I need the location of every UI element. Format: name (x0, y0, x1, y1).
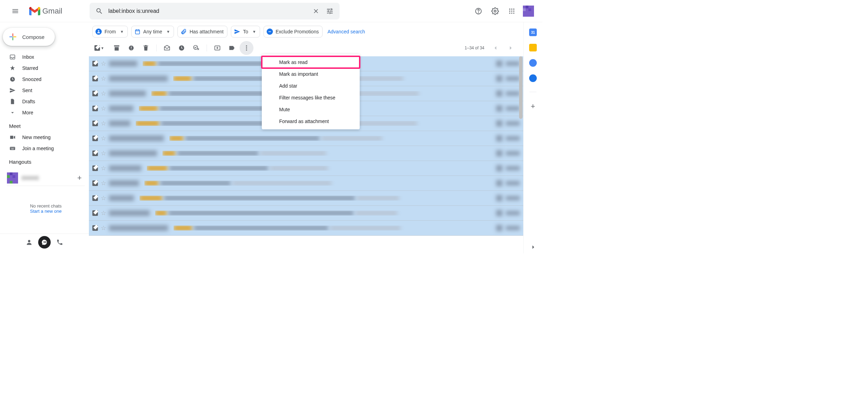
sidebar-item-sent[interactable]: Sent (0, 85, 89, 96)
menu-add-star[interactable]: Add star (262, 80, 360, 92)
email-row[interactable]: ☆ (89, 206, 523, 221)
attachment-icon (496, 180, 502, 186)
contacts-app-button[interactable] (529, 74, 537, 82)
menu-filter-messages[interactable]: Filter messages like these (262, 92, 360, 104)
search-button[interactable] (92, 4, 106, 18)
star-button[interactable]: ☆ (101, 179, 106, 187)
trash-icon (142, 44, 149, 51)
email-row[interactable]: ☆ (89, 146, 523, 161)
delete-button[interactable] (139, 41, 153, 55)
sidebar-item-drafts[interactable]: Drafts (0, 96, 89, 107)
scrollbar[interactable] (518, 56, 523, 253)
select-all-checkbox[interactable]: ▼ (93, 44, 106, 52)
search-options-button[interactable] (323, 4, 337, 18)
row-checkbox[interactable] (92, 151, 98, 156)
subject-text (169, 136, 183, 141)
star-button[interactable]: ☆ (101, 120, 106, 127)
row-checkbox[interactable] (92, 121, 98, 126)
star-button[interactable]: ☆ (101, 164, 106, 172)
email-row[interactable]: ☆ (89, 131, 523, 146)
star-button[interactable]: ☆ (101, 194, 106, 202)
email-row[interactable]: ☆ (89, 161, 523, 176)
svg-point-22 (98, 30, 99, 32)
advanced-search-link[interactable]: Advanced search (327, 29, 365, 34)
hangouts-user-row[interactable]: + (7, 170, 85, 186)
menu-forward-attachment[interactable]: Forward as attachment (262, 115, 360, 127)
date-text (506, 181, 520, 185)
join-meeting-button[interactable]: Join a meeting (0, 143, 89, 154)
hangouts-phone-button[interactable] (53, 236, 66, 249)
mark-read-button[interactable] (160, 41, 174, 55)
support-button[interactable] (471, 4, 485, 18)
email-row[interactable]: ☆ (89, 191, 523, 206)
compose-button[interactable]: Compose (3, 28, 55, 46)
snooze-button[interactable] (175, 41, 189, 55)
chevron-down-icon: ▼ (101, 46, 104, 50)
menu-mark-as-important[interactable]: Mark as important (262, 68, 360, 80)
row-checkbox[interactable] (92, 165, 98, 171)
star-button[interactable]: ☆ (101, 135, 106, 142)
calendar-app-button[interactable]: 31 (529, 29, 537, 36)
star-button[interactable]: ☆ (101, 209, 106, 217)
menu-mark-as-read[interactable]: Mark as read (262, 56, 360, 68)
filter-label: Any time (143, 29, 162, 34)
filter-exclude-promotions[interactable]: −Exclude Promotions (264, 26, 323, 38)
sidebar-item-starred[interactable]: Starred (0, 63, 89, 74)
keep-app-button[interactable] (529, 44, 537, 51)
row-checkbox[interactable] (92, 210, 98, 216)
search-input[interactable] (106, 8, 309, 14)
move-to-button[interactable] (210, 41, 224, 55)
row-checkbox[interactable] (92, 106, 98, 111)
attachment-icon (181, 29, 187, 35)
filter-any-time[interactable]: Any time▼ (131, 26, 174, 38)
menu-mute[interactable]: Mute (262, 104, 360, 115)
report-spam-button[interactable] (124, 41, 138, 55)
scroll-thumb[interactable] (519, 56, 523, 119)
email-row[interactable]: ☆ (89, 221, 523, 236)
snippet-text (270, 166, 328, 171)
start-new-chat-link[interactable]: Start a new one (7, 209, 85, 214)
date-text (506, 211, 520, 215)
more-actions-button[interactable] (240, 41, 253, 55)
apps-button[interactable] (505, 4, 519, 18)
hangouts-chat-button[interactable]: 99 (38, 236, 51, 249)
clear-search-button[interactable] (309, 4, 323, 18)
filter-has-attachment[interactable]: Has attachment (177, 26, 227, 38)
archive-button[interactable] (110, 41, 124, 55)
labels-button[interactable] (225, 41, 239, 55)
subject-text (147, 166, 167, 171)
settings-button[interactable] (488, 4, 502, 18)
hangouts-contacts-button[interactable] (23, 236, 35, 249)
sidebar-item-inbox[interactable]: Inbox (0, 51, 89, 63)
hangouts-add-button[interactable]: + (74, 173, 85, 182)
account-button[interactable] (521, 4, 535, 18)
new-meeting-button[interactable]: New meeting (0, 132, 89, 143)
star-button[interactable]: ☆ (101, 224, 106, 232)
row-checkbox[interactable] (92, 136, 98, 141)
add-to-tasks-button[interactable] (189, 41, 203, 55)
add-app-button[interactable]: + (531, 102, 535, 111)
star-button[interactable]: ☆ (101, 105, 106, 112)
filter-from[interactable]: From▼ (92, 26, 128, 38)
tasks-app-button[interactable] (529, 59, 537, 67)
row-checkbox[interactable] (92, 180, 98, 186)
row-checkbox[interactable] (92, 91, 98, 96)
row-checkbox[interactable] (92, 195, 98, 201)
filter-to[interactable]: To▼ (231, 26, 260, 38)
next-page-button[interactable] (504, 41, 518, 55)
star-button[interactable]: ☆ (101, 75, 106, 82)
sidebar-item-snoozed[interactable]: Snoozed (0, 74, 89, 85)
prev-page-button[interactable] (489, 41, 502, 55)
star-button[interactable]: ☆ (101, 60, 106, 67)
row-checkbox[interactable] (92, 61, 98, 66)
email-row[interactable]: ☆ (89, 176, 523, 191)
main-menu-button[interactable] (7, 3, 24, 19)
star-button[interactable]: ☆ (101, 149, 106, 157)
collapse-panel-button[interactable] (530, 244, 537, 251)
star-button[interactable]: ☆ (101, 90, 106, 97)
gmail-logo[interactable]: Gmail (26, 7, 65, 16)
filter-label: To (243, 29, 248, 34)
row-checkbox[interactable] (92, 225, 98, 231)
sidebar-item-more[interactable]: More (0, 107, 89, 118)
row-checkbox[interactable] (92, 76, 98, 81)
